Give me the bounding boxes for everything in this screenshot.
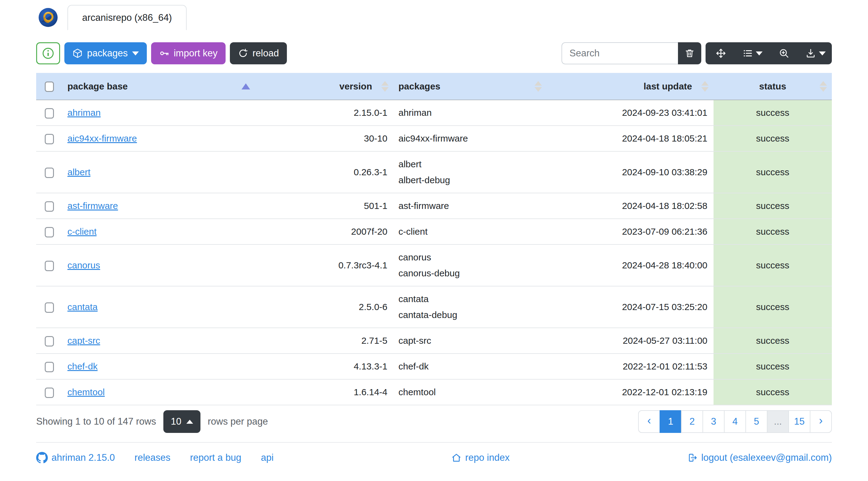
row-checkbox[interactable]	[45, 168, 54, 178]
column-header-version[interactable]: version	[255, 73, 394, 100]
import-key-button-label: import key	[174, 48, 218, 59]
packages-dropdown-button[interactable]: packages	[64, 42, 147, 64]
package-names: c-client	[394, 219, 547, 245]
row-checkbox[interactable]	[45, 336, 54, 347]
row-checkbox[interactable]	[45, 388, 54, 398]
package-base-link[interactable]: albert	[67, 167, 90, 177]
footer-left-links: ahriman 2.15.0 releases report a bug api	[36, 452, 274, 463]
table-row: chemtool 1.6.14-4 chemtool 2022-12-01 02…	[36, 379, 832, 405]
package-name: canorus-debug	[398, 265, 542, 281]
package-version: 2007f-20	[255, 219, 394, 245]
report-bug-link[interactable]: report a bug	[190, 452, 241, 463]
table-row: albert 0.26.3-1 albertalbert-debug 2024-…	[36, 151, 832, 193]
repository-tab-label: arcanisrepo (x86_64)	[82, 12, 172, 23]
import-key-button[interactable]: import key	[151, 42, 225, 64]
info-button[interactable]	[36, 42, 60, 64]
api-link[interactable]: api	[261, 452, 273, 463]
row-checkbox[interactable]	[45, 108, 54, 119]
row-checkbox[interactable]	[45, 302, 54, 313]
package-last-update: 2024-04-28 18:40:00	[547, 245, 714, 286]
columns-dropdown-button[interactable]	[736, 42, 769, 64]
row-checkbox[interactable]	[45, 261, 54, 271]
package-name: cantata	[398, 291, 542, 307]
pagination-page-2-link[interactable]: 2	[681, 410, 703, 433]
package-names: cantatacantata-debug	[394, 286, 547, 328]
sort-both-icon	[381, 81, 389, 92]
pagination-page-15: 15	[789, 410, 810, 433]
pagination-page-2: 2	[682, 410, 703, 433]
column-header-last-update[interactable]: last update	[547, 73, 714, 100]
column-header-label: status	[759, 81, 786, 91]
logout-link[interactable]: logout (esalexeev@gmail.com)	[687, 452, 832, 463]
column-header-status[interactable]: status	[714, 73, 832, 100]
export-dropdown-button[interactable]	[799, 42, 832, 64]
rows-per-page-label: rows per page	[208, 416, 268, 427]
ahriman-version-link[interactable]: ahriman 2.15.0	[36, 452, 115, 463]
package-names: aic94xx-firmware	[394, 126, 547, 151]
package-status-badge: success	[714, 379, 832, 405]
reload-button[interactable]: reload	[230, 42, 287, 64]
columns-list-icon	[742, 48, 753, 59]
row-checkbox[interactable]	[45, 227, 54, 237]
package-name: albert	[398, 156, 542, 172]
key-icon	[159, 48, 169, 59]
package-names: capt-src	[394, 328, 547, 354]
package-base-link[interactable]: chemtool	[67, 387, 105, 397]
select-all-checkbox[interactable]	[45, 82, 54, 92]
package-last-update: 2022-12-01 02:13:19	[547, 379, 714, 405]
package-last-update: 2024-07-15 03:25:20	[547, 286, 714, 328]
package-last-update: 2023-07-09 06:21:36	[547, 219, 714, 245]
search-input[interactable]	[561, 42, 678, 64]
repo-index-link[interactable]: repo index	[451, 452, 510, 463]
pagination-page-1-link[interactable]: 1	[659, 410, 682, 433]
row-checkbox[interactable]	[45, 201, 54, 212]
app-logo-icon	[38, 7, 58, 28]
package-base-link[interactable]: capt-src	[67, 335, 100, 346]
package-version: 2.71-5	[255, 328, 394, 354]
package-base-link[interactable]: c-client	[67, 226, 97, 236]
chevron-down-icon	[819, 52, 826, 56]
package-base-link[interactable]: cantata	[67, 302, 97, 312]
row-checkbox[interactable]	[45, 362, 54, 372]
package-base-link[interactable]: canorus	[67, 260, 100, 270]
column-header-packages[interactable]: packages	[394, 73, 547, 100]
fullscreen-toggle-button[interactable]	[706, 42, 736, 64]
package-status-badge: success	[714, 151, 832, 193]
repository-tab[interactable]: arcanisrepo (x86_64)	[67, 5, 187, 30]
table-row: capt-src 2.71-5 capt-src 2024-05-27 03:1…	[36, 328, 832, 354]
pagination-page-3: 3	[703, 410, 724, 433]
page-size-dropdown[interactable]: 10	[163, 410, 200, 433]
pagination-next-link[interactable]: ›	[810, 410, 832, 433]
row-checkbox[interactable]	[45, 134, 54, 144]
package-status-badge: success	[714, 100, 832, 126]
package-base-link[interactable]: ast-firmware	[67, 201, 118, 211]
pagination-page-3-link[interactable]: 3	[703, 410, 724, 433]
pagination-page-1: 1	[660, 410, 682, 433]
pagination-page-5-link[interactable]: 5	[745, 410, 768, 433]
package-base-link[interactable]: aic94xx-firmware	[67, 133, 137, 143]
table-row: canorus 0.7.3rc3-4.1 canoruscanorus-debu…	[36, 245, 832, 286]
column-header-package-base[interactable]: package base	[63, 73, 255, 100]
sort-asc-icon	[242, 83, 250, 90]
package-box-icon	[72, 48, 83, 59]
showing-rows-text: Showing 1 to 10 of 147 rows	[36, 416, 156, 427]
releases-link[interactable]: releases	[134, 452, 170, 463]
packages-button-label: packages	[87, 48, 128, 59]
package-base-link[interactable]: chef-dk	[67, 361, 97, 371]
table-tools-group	[706, 42, 832, 64]
package-version: 2.5.0-6	[255, 286, 394, 328]
package-name: c-client	[398, 224, 542, 239]
table-row: ahriman 2.15.0-1 ahriman 2024-09-23 03:4…	[36, 100, 832, 126]
pagination-prev-link[interactable]: ‹	[638, 410, 660, 433]
package-last-update: 2024-05-27 03:11:00	[547, 328, 714, 354]
package-version: 4.13.3-1	[255, 354, 394, 379]
pagination-prev: ‹	[638, 410, 660, 433]
package-base-link[interactable]: ahriman	[67, 107, 100, 118]
package-last-update: 2022-12-01 02:11:53	[547, 354, 714, 379]
pagination-page-15-link[interactable]: 15	[788, 410, 810, 433]
pagination-page-4-link[interactable]: 4	[724, 410, 746, 433]
package-last-update: 2024-04-18 18:02:58	[547, 193, 714, 219]
toggle-search-button[interactable]	[769, 42, 799, 64]
clear-search-button[interactable]	[678, 42, 701, 64]
package-name: ahriman	[398, 105, 542, 121]
